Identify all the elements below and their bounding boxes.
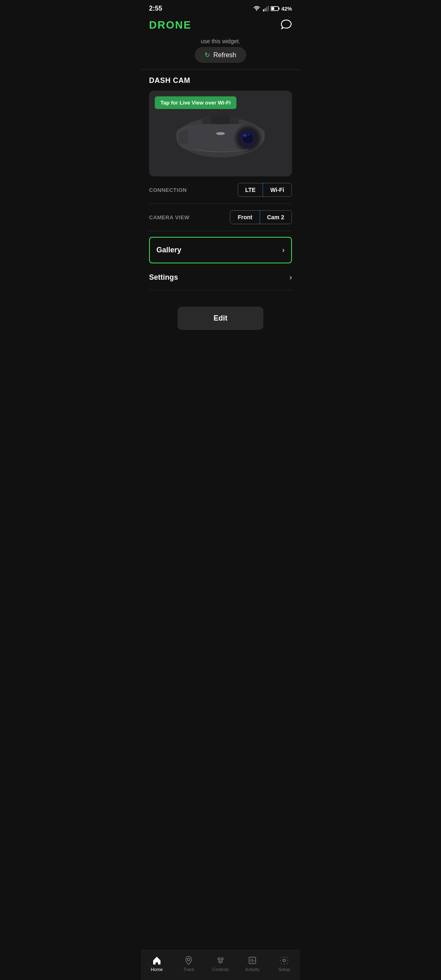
live-view-badge[interactable]: Tap for Live View over Wi-Fi xyxy=(155,96,236,109)
camera-view-label: CAMERA VIEW xyxy=(149,214,189,220)
svg-rect-0 xyxy=(263,9,264,11)
svg-point-23 xyxy=(216,132,225,135)
dash-cam-title: DASH CAM xyxy=(149,76,292,85)
battery-icon xyxy=(271,6,280,11)
svg-rect-2 xyxy=(266,7,267,11)
message-icon[interactable] xyxy=(281,19,292,31)
widget-partial-text: use this widget. xyxy=(149,38,292,45)
svg-rect-11 xyxy=(179,132,180,143)
svg-rect-14 xyxy=(185,131,185,144)
connection-row: CONNECTION LTE Wi-Fi xyxy=(149,176,292,204)
wifi-button[interactable]: Wi-Fi xyxy=(263,183,292,197)
svg-rect-1 xyxy=(265,8,266,11)
svg-rect-12 xyxy=(181,132,182,145)
camera-view-row: CAMERA VIEW Front Cam 2 xyxy=(149,204,292,231)
app-logo: DRONE xyxy=(149,19,192,31)
refresh-label: Refresh xyxy=(213,51,236,59)
gallery-row[interactable]: Gallery › xyxy=(149,237,292,263)
status-time: 2:55 xyxy=(149,5,162,12)
lte-button[interactable]: LTE xyxy=(238,183,263,196)
dash-cam-section: DASH CAM Tap for Live View over Wi-Fi xyxy=(141,76,300,290)
battery-percent: 42% xyxy=(281,6,292,12)
camera-view-toggle-group: Front Cam 2 xyxy=(230,210,292,224)
gallery-chevron-icon: › xyxy=(282,246,285,254)
settings-label: Settings xyxy=(149,273,178,282)
svg-rect-5 xyxy=(278,8,279,10)
edit-area: Edit xyxy=(141,290,300,338)
settings-chevron-icon: › xyxy=(290,273,292,282)
connection-toggle-group: LTE Wi-Fi xyxy=(238,183,292,197)
svg-rect-15 xyxy=(187,130,187,144)
section-divider xyxy=(141,69,300,70)
svg-rect-13 xyxy=(183,131,184,144)
gallery-label: Gallery xyxy=(156,246,181,254)
settings-row[interactable]: Settings › xyxy=(149,265,292,290)
svg-rect-3 xyxy=(268,6,269,11)
connection-label: CONNECTION xyxy=(149,187,187,193)
refresh-button[interactable]: ↻ Refresh xyxy=(195,47,246,63)
cam2-button[interactable]: Cam 2 xyxy=(260,211,292,224)
signal-icon xyxy=(263,6,269,11)
svg-point-21 xyxy=(243,134,247,137)
svg-rect-6 xyxy=(271,7,274,10)
status-bar: 2:55 42% xyxy=(141,0,300,16)
front-camera-button[interactable]: Front xyxy=(230,210,260,224)
edit-button[interactable]: Edit xyxy=(178,307,263,330)
svg-point-22 xyxy=(247,134,249,136)
camera-preview[interactable]: Tap for Live View over Wi-Fi xyxy=(149,91,292,176)
refresh-icon: ↻ xyxy=(205,51,210,59)
widget-area: use this widget. ↻ Refresh xyxy=(141,36,300,69)
wifi-icon xyxy=(254,6,261,11)
app-header: DRONE xyxy=(141,16,300,36)
status-icons: 42% xyxy=(254,6,292,12)
